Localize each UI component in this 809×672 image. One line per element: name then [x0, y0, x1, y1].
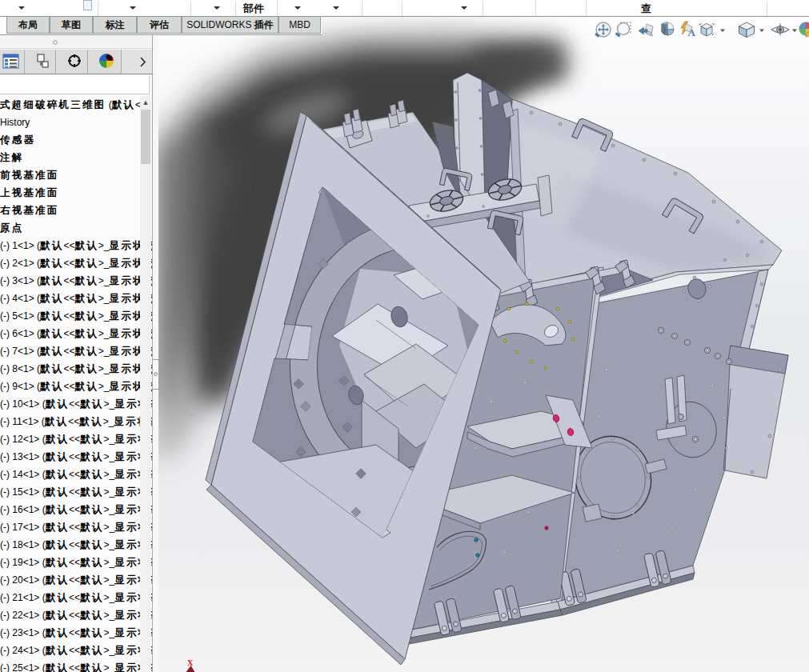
- svg-text:A: A: [688, 26, 696, 38]
